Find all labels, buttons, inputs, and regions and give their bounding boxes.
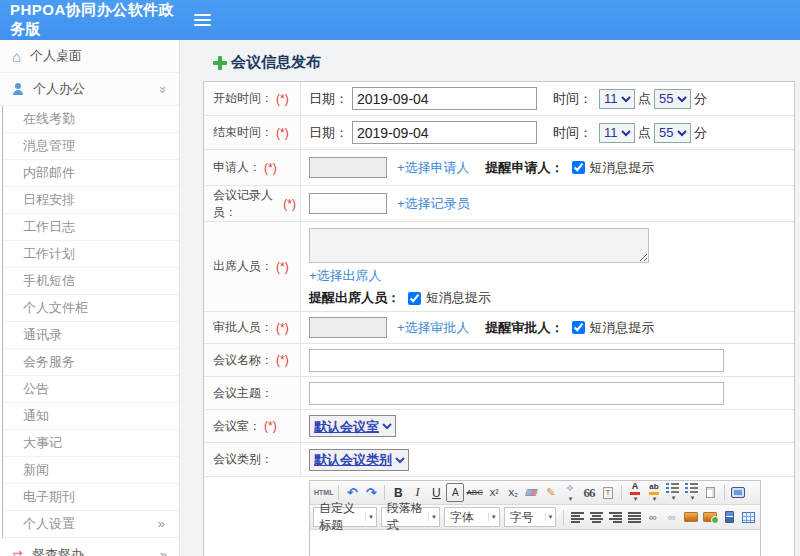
attendees-textarea[interactable] [309, 228, 649, 263]
applicant-input[interactable] [309, 157, 387, 178]
font-size-select[interactable]: 字号▾ [504, 507, 557, 527]
required-mark: (*) [276, 321, 289, 335]
sidebar-item-work-log[interactable]: 工作日志 [3, 214, 179, 241]
form-row-applicant: 申请人： (*) +选择申请人 提醒申请人： 短消息提示 [204, 150, 794, 186]
sidebar-item-office[interactable]: 个人办公 » [0, 73, 179, 106]
sidebar-item-supervise[interactable]: ⇄ 督查督办 » [0, 538, 179, 556]
sidebar: ⌂ 个人桌面 个人办公 » 在线考勤 消息管理 内部邮件 日程安排 工作日志 工… [0, 40, 180, 556]
chevron-right-icon: » [158, 511, 165, 537]
meeting-category-select[interactable]: 默认会议类别 [309, 449, 409, 471]
font-color-button[interactable]: A▾ [626, 483, 644, 502]
attendees-sms-checkbox[interactable] [408, 292, 421, 305]
required-mark: (*) [276, 126, 289, 140]
caret-icon: ▾ [691, 494, 695, 502]
unordered-list-icon [685, 483, 698, 494]
sidebar-item-e-journal[interactable]: 电子期刊 [3, 484, 179, 511]
blockquote-button[interactable]: 66 [580, 483, 598, 502]
start-date-input[interactable] [352, 87, 537, 110]
sidebar-item-contacts[interactable]: 通讯录 [3, 322, 179, 349]
field-label: 申请人： [213, 159, 261, 176]
sidebar-item-messages[interactable]: 消息管理 [3, 133, 179, 160]
applicant-sms-checkbox[interactable] [572, 161, 585, 174]
new-page-button[interactable] [702, 483, 720, 502]
remove-link-button[interactable]: ∞ [663, 508, 681, 527]
sidebar-submenu: 在线考勤 消息管理 内部邮件 日程安排 工作日志 工作计划 手机短信 个人文件柜… [2, 106, 179, 538]
meeting-room-select[interactable]: 默认会议室 [309, 415, 396, 437]
subscript-button[interactable]: X₂ [504, 483, 522, 502]
page-break-button[interactable] [720, 508, 738, 527]
sidebar-item-news[interactable]: 新闻 [3, 457, 179, 484]
sidebar-item-sms[interactable]: 手机短信 [3, 268, 179, 295]
auto-format-button[interactable]: ✧▾ [561, 483, 579, 502]
required-mark: (*) [283, 197, 296, 211]
page-title: 会议信息发布 [213, 53, 800, 72]
sidebar-item-personal-settings[interactable]: 个人设置 » [3, 511, 179, 538]
caret-icon: ▾ [653, 495, 657, 503]
align-left-button[interactable] [568, 508, 586, 527]
insert-table-button[interactable] [739, 508, 757, 527]
image-icon [684, 512, 698, 522]
sidebar-item-file-cabinet[interactable]: 个人文件柜 [3, 295, 179, 322]
approver-input[interactable] [309, 317, 387, 338]
end-minute-select[interactable]: 55 [654, 123, 691, 143]
insert-link-button[interactable]: ∞ [644, 508, 662, 527]
align-justify-button[interactable] [625, 508, 643, 527]
sidebar-item-attendance[interactable]: 在线考勤 [3, 106, 179, 133]
start-hour-select[interactable]: 11 [599, 89, 635, 109]
field-label: 结束时间： [213, 124, 273, 141]
align-center-button[interactable] [587, 508, 605, 527]
choose-recorder-link[interactable]: +选择记录员 [397, 195, 470, 213]
underline-button[interactable]: U [427, 483, 445, 502]
insert-image-button[interactable] [682, 508, 700, 527]
start-minute-select[interactable]: 55 [654, 89, 691, 109]
sidebar-item-announcement[interactable]: 公告 [3, 376, 179, 403]
paste-button[interactable]: T [599, 483, 617, 502]
home-icon: ⌂ [12, 49, 21, 64]
redo-button[interactable]: ↷ [362, 483, 380, 502]
font-style-box-button[interactable]: A [446, 483, 464, 502]
superscript-button[interactable]: X² [485, 483, 503, 502]
monitor-icon [731, 487, 745, 498]
caret-icon: ▾ [488, 513, 496, 521]
sidebar-item-internal-mail[interactable]: 内部邮件 [3, 160, 179, 187]
end-date-input[interactable] [352, 121, 537, 144]
choose-attendees-link[interactable]: +选择出席人 [309, 267, 382, 285]
paragraph-format-select[interactable]: 段落格式▾ [381, 507, 440, 527]
format-brush-button[interactable]: ✎ [542, 483, 560, 502]
sidebar-item-events[interactable]: 大事记 [3, 430, 179, 457]
field-label: 审批人员： [213, 319, 273, 336]
ordered-list-icon [666, 483, 679, 494]
sidebar-item-work-plan[interactable]: 工作计划 [3, 241, 179, 268]
strikethrough-button[interactable]: ABC [465, 483, 483, 502]
form-row-meeting-room: 会议室： (*) 默认会议室 [204, 410, 794, 443]
form-row-meeting-name: 会议名称： (*) [204, 344, 794, 377]
font-family-select[interactable]: 字体▾ [444, 507, 500, 527]
caret-icon: ▾ [672, 494, 676, 502]
form-row-approver: 审批人员： (*) +选择审批人 提醒审批人： 短消息提示 [204, 312, 794, 344]
table-icon [742, 512, 755, 523]
highlight-color-button[interactable]: ab▾ [645, 483, 663, 502]
upload-image-button[interactable] [701, 508, 719, 527]
choose-applicant-link[interactable]: +选择申请人 [397, 159, 470, 177]
eraser-button[interactable] [523, 483, 541, 502]
custom-heading-select[interactable]: 自定义标题▾ [313, 507, 377, 527]
required-mark: (*) [264, 161, 277, 175]
meeting-subject-input[interactable] [309, 382, 724, 405]
sidebar-item-meeting-service[interactable]: 会务服务 [3, 349, 179, 376]
meeting-form: 开始时间： (*) 日期： 时间： 11 点 55 分 结束时间： (*) 日期… [203, 81, 795, 556]
choose-approver-link[interactable]: +选择审批人 [397, 319, 470, 337]
sidebar-item-schedule[interactable]: 日程安排 [3, 187, 179, 214]
unordered-list-button[interactable]: ▾ [683, 483, 701, 502]
editor-content-area[interactable] [310, 530, 760, 556]
menu-toggle-icon[interactable] [194, 11, 211, 29]
recorder-input[interactable] [309, 193, 387, 214]
sidebar-item-notice[interactable]: 通知 [3, 403, 179, 430]
meeting-name-input[interactable] [309, 349, 724, 372]
sidebar-item-desktop[interactable]: ⌂ 个人桌面 [0, 40, 179, 73]
approver-sms-checkbox[interactable] [572, 321, 585, 334]
field-label: 开始时间： [213, 90, 273, 107]
end-hour-select[interactable]: 11 [599, 123, 635, 143]
fullscreen-button[interactable] [729, 483, 747, 502]
align-right-button[interactable] [606, 508, 624, 527]
ordered-list-button[interactable]: ▾ [664, 483, 682, 502]
